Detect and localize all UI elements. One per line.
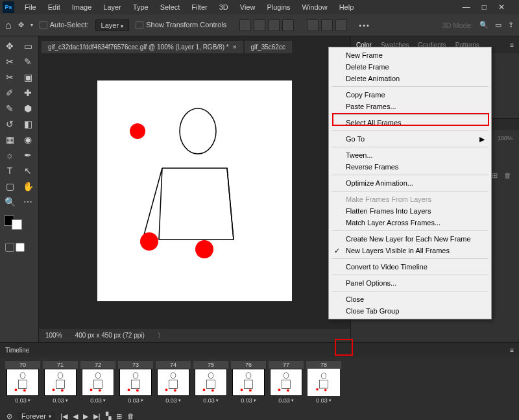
frame-duration[interactable]: 0.03▾ [90, 397, 106, 404]
autoselect-dropdown[interactable]: Layer ▾ [95, 19, 130, 31]
ctx-go-to[interactable]: Go To▶ [329, 133, 491, 145]
ctx-optimize-animation-[interactable]: Optimize Animation... [329, 177, 491, 189]
new-layer-icon[interactable]: ⊞ [492, 171, 498, 180]
new-frame-icon[interactable]: ⊞ [116, 412, 122, 421]
eyedropper-tool[interactable]: ✐ [1, 86, 18, 100]
edit-toolbar[interactable]: ⋯ [19, 195, 36, 209]
timeline-frame[interactable]: 75 0.03▾ [193, 361, 228, 404]
menu-type[interactable]: Type [128, 2, 154, 12]
align-icon[interactable] [254, 19, 265, 31]
share-icon[interactable]: ⇪ [508, 21, 514, 29]
quick-select-tool[interactable]: ✎ [19, 55, 36, 69]
frame-thumbnail[interactable] [232, 369, 265, 396]
timeline-frame[interactable]: 78 0.03▾ [306, 361, 341, 404]
menu-edit[interactable]: Edit [43, 2, 66, 12]
eraser-tool[interactable]: ◧ [19, 117, 36, 131]
frame-duration[interactable]: 0.03▾ [15, 397, 30, 404]
search-icon[interactable]: 🔍 [479, 21, 489, 29]
crop-tool[interactable]: ✂ [1, 70, 18, 84]
frame-duration[interactable]: 0.03▾ [241, 397, 256, 404]
home-icon[interactable]: ⌂ [5, 19, 12, 31]
frame-thumbnail[interactable] [119, 369, 152, 396]
align-icon[interactable] [282, 19, 294, 31]
distribute-icon[interactable] [321, 19, 333, 31]
frame-tool[interactable]: ▣ [19, 70, 36, 84]
frame-thumbnail[interactable] [195, 369, 227, 396]
stamp-tool[interactable]: ⬢ [19, 101, 36, 116]
menu-window[interactable]: Window [297, 2, 333, 12]
quickmask-icon[interactable] [16, 243, 25, 252]
menu-layer[interactable]: Layer [98, 2, 127, 12]
timeline-frame[interactable]: 74 0.03▾ [156, 361, 191, 404]
standard-mode-icon[interactable] [5, 243, 14, 252]
distribute-icon[interactable] [335, 19, 347, 31]
frame-duration[interactable]: 0.03▾ [53, 397, 68, 404]
ctx-copy-frame[interactable]: Copy Frame [329, 89, 491, 101]
hand-tool[interactable]: ✋ [19, 179, 36, 193]
dodge-tool[interactable]: ☼ [1, 148, 18, 162]
trash-icon[interactable]: 🗑 [504, 171, 511, 180]
ctx-delete-frame[interactable]: Delete Frame [329, 61, 491, 73]
zoom-level[interactable]: 100% [45, 332, 62, 339]
healing-tool[interactable]: ✚ [19, 86, 36, 100]
frame-duration[interactable]: 0.03▾ [165, 397, 181, 404]
more-icon[interactable]: ••• [359, 21, 370, 29]
frame-thumbnail[interactable] [270, 369, 302, 396]
ctx-close-tab-group[interactable]: Close Tab Group [329, 305, 491, 317]
zoom-tool[interactable]: 🔍 [1, 195, 18, 209]
frame-thumbnail[interactable] [308, 369, 340, 396]
document-tab[interactable]: gif_35c62cc [245, 41, 292, 53]
ctx-new-frame[interactable]: New Frame [329, 49, 491, 61]
distribute-icon[interactable] [307, 19, 319, 31]
ctx-match-layer-across-frames-[interactable]: Match Layer Across Frames... [329, 217, 491, 229]
ctx-paste-frames-[interactable]: Paste Frames... [329, 101, 491, 112]
timeline-frame[interactable]: 70 0.03▾ [5, 361, 40, 404]
prev-frame-icon[interactable]: ◀ [73, 412, 78, 421]
timeline-menu-icon[interactable]: ≡ [510, 347, 514, 354]
menu-filter[interactable]: Filter [186, 2, 212, 12]
fill-value[interactable]: 100% [498, 135, 513, 142]
menu-file[interactable]: File [19, 2, 42, 12]
ctx-convert-to-video-timeline[interactable]: Convert to Video Timeline [329, 261, 491, 273]
menu-image[interactable]: Image [67, 2, 97, 12]
move-tool-icon[interactable]: ✥ [18, 21, 24, 29]
type-tool[interactable]: T [1, 164, 18, 178]
move-tool[interactable]: ✥ [1, 39, 18, 53]
ctx-flatten-frames-into-layers[interactable]: Flatten Frames Into Layers [329, 205, 491, 217]
maximize-icon[interactable]: □ [482, 3, 487, 12]
ctx-new-layers-visible-in-all-frames[interactable]: New Layers Visible in All Frames✓ [329, 245, 491, 256]
lasso-tool[interactable]: ✂ [1, 55, 18, 69]
align-icon[interactable] [268, 19, 280, 31]
ctx-tween-[interactable]: Tween... [329, 149, 491, 161]
shape-tool[interactable]: ▢ [1, 179, 18, 193]
transform-checkbox[interactable] [136, 21, 143, 29]
gradient-tool[interactable]: ▦ [1, 132, 18, 147]
ctx-panel-options-[interactable]: Panel Options... [329, 277, 491, 289]
menu-view[interactable]: View [235, 2, 261, 12]
tween-icon[interactable]: ▚ [106, 412, 111, 421]
next-frame-icon[interactable]: ▶| [93, 412, 101, 421]
ctx-reverse-frames[interactable]: Reverse Frames [329, 161, 491, 173]
history-brush-tool[interactable]: ↺ [1, 117, 18, 131]
autoselect-checkbox[interactable] [40, 21, 47, 29]
menu-select[interactable]: Select [155, 2, 186, 12]
frame-duration[interactable]: 0.03▾ [203, 397, 219, 404]
menu-3d[interactable]: 3D [214, 2, 234, 12]
frame-thumbnail[interactable] [157, 369, 189, 396]
frame-duration[interactable]: 0.03▾ [278, 397, 294, 404]
menu-plugins[interactable]: Plugins [261, 2, 295, 12]
minimize-icon[interactable]: — [463, 3, 470, 12]
timeline-frame[interactable]: 73 0.03▾ [118, 361, 153, 404]
canvas[interactable] [97, 80, 292, 301]
frame-thumbnail[interactable] [82, 369, 114, 396]
ctx-close[interactable]: Close [329, 293, 491, 305]
brush-tool[interactable]: ✎ [1, 101, 18, 116]
play-icon[interactable]: ▶ [83, 412, 88, 421]
delete-frame-icon[interactable]: 🗑 [127, 412, 134, 420]
frame-thumbnail[interactable] [44, 369, 77, 396]
loop-dropdown[interactable]: Forever ▾ [18, 412, 55, 420]
ctx-create-new-layer-for-each-new-frame[interactable]: Create New Layer for Each New Frame [329, 233, 491, 245]
pen-tool[interactable]: ✒ [19, 148, 36, 162]
frame-duration[interactable]: 0.03▾ [128, 397, 143, 404]
timeline-frame[interactable]: 76 0.03▾ [231, 361, 266, 404]
